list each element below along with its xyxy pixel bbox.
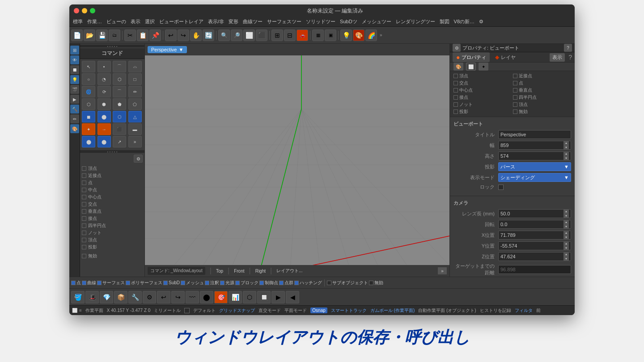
view-front-btn[interactable]: Front (234, 269, 244, 274)
top-snap-cb-center[interactable] (453, 81, 458, 85)
filter-cb-polysurface[interactable] (126, 281, 130, 285)
lens-spinner[interactable]: ▲▼ (564, 209, 569, 218)
menu-surface-tools[interactable]: サーフェスツー (267, 18, 301, 25)
props-icon-3[interactable]: ✦ (479, 63, 488, 71)
snap-cb-quad[interactable] (82, 223, 86, 228)
icon-btn-13[interactable]: 🔲 (257, 291, 271, 303)
cmd-arc[interactable]: ◔ (97, 73, 111, 85)
top-snap-cb-tan[interactable] (453, 95, 458, 100)
snap-cb-int[interactable] (82, 202, 86, 206)
menu-render-tools[interactable]: レンダリングツー (396, 18, 435, 25)
icon-btn-15[interactable]: ◀ (286, 291, 299, 303)
cmd-curve1[interactable]: ⌒ (113, 61, 126, 72)
zoom-in-btn[interactable]: 🔍 (218, 29, 230, 41)
top-snap-cb-vert[interactable] (513, 102, 517, 107)
icon-btn-6[interactable]: ↩ (157, 291, 170, 303)
cmd-curve2[interactable]: ⌓ (128, 61, 142, 72)
display-btn[interactable]: 表示 (550, 53, 565, 62)
menu-display[interactable]: 表示 (131, 18, 140, 25)
menu-curve-tools[interactable]: 曲線ツー (243, 18, 263, 25)
filter-cb-ctrlpt[interactable] (259, 281, 264, 285)
left-icon-anim[interactable]: ▶ (70, 95, 79, 104)
cmd-circle[interactable]: ○ (82, 73, 95, 85)
status-gumball[interactable]: ガムボール (作業平面) (370, 307, 415, 314)
menu-solid-tools[interactable]: ソリッドツー (306, 18, 335, 25)
icon-btn-14[interactable]: ▶ (271, 291, 285, 303)
pan-btn[interactable]: ✋ (190, 29, 202, 41)
props-settings-btn[interactable]: ⚙ (453, 44, 461, 52)
zoom-sel-btn[interactable]: ⬛ (256, 29, 267, 41)
new-file-btn[interactable]: 📄 (71, 29, 83, 41)
menu-viewport-layer[interactable]: ビューポートレイア (159, 18, 203, 25)
prop-dropdown-display[interactable]: シェーディング ▼ (498, 173, 571, 182)
save-as-btn[interactable]: 🗂 (109, 29, 120, 41)
menu-sagyo[interactable]: 作業… (87, 18, 102, 25)
left-icon-light[interactable]: 💡 (70, 75, 79, 84)
filter-cb-surface[interactable] (97, 281, 102, 285)
zoom-out-btn[interactable]: 🔎 (231, 29, 242, 41)
rotate-btn[interactable]: 🔄 (203, 29, 214, 41)
cmd-more[interactable]: » (128, 136, 142, 147)
snap-cb-disabled[interactable] (82, 254, 86, 258)
cmd-transform1[interactable]: ✦ (82, 123, 95, 135)
xpos-spinner[interactable]: ▲▼ (564, 231, 569, 240)
icon-btn-11[interactable]: 📊 (229, 291, 242, 303)
cut-btn[interactable]: ✂ (124, 29, 136, 41)
top-snap-cb-knot[interactable] (453, 102, 458, 107)
view-1-btn[interactable]: ⊞ (271, 29, 283, 41)
cmd-move2[interactable]: ▬ (128, 123, 142, 135)
filter-cb-invalid[interactable] (369, 281, 373, 285)
top-snap-cb-near[interactable] (513, 74, 517, 78)
redo-btn[interactable]: ↪ (178, 29, 189, 41)
viewport-expand-btn[interactable]: » (438, 267, 447, 274)
top-snap-cb-point[interactable] (513, 81, 517, 85)
zoom-ext-btn[interactable]: ⬜ (243, 29, 255, 41)
light-btn[interactable]: 💡 (340, 29, 352, 41)
rotation-spinner[interactable]: ▲▼ (564, 220, 569, 229)
filter-cb-hatch[interactable] (294, 281, 299, 285)
status-smart[interactable]: スマートトラック (331, 307, 367, 314)
menu-view[interactable]: ビューの (106, 18, 126, 25)
menu-drafting[interactable]: 製図 (440, 18, 449, 25)
layer-btn[interactable]: ▦ (312, 29, 324, 41)
paste-btn[interactable]: 📌 (149, 29, 161, 41)
height-spinner[interactable]: ▲▼ (564, 152, 569, 160)
maximize-button[interactable] (90, 8, 95, 13)
left-icon-viewport[interactable]: ⊞ (70, 46, 79, 55)
filter-cb-pointcloud[interactable] (279, 281, 284, 285)
icon-btn-10[interactable]: 🎯 (214, 291, 228, 303)
top-snap-cb-disabled[interactable] (513, 109, 517, 114)
viewport-name-btn[interactable]: Perspective ▼ (148, 46, 187, 53)
top-snap-cb-vertex[interactable] (453, 74, 458, 78)
filter-cb-annotation[interactable] (205, 281, 209, 285)
top-snap-cb-proj[interactable] (453, 109, 458, 114)
menu-v8[interactable]: V8の新… (454, 18, 475, 25)
menu-settings-icon[interactable]: ⚙ (479, 19, 483, 25)
minimize-button[interactable] (82, 8, 87, 13)
cmd-box[interactable]: ◼ (82, 111, 95, 122)
top-snap-cb-perp[interactable] (513, 88, 517, 93)
filter-cb-light[interactable] (220, 281, 225, 285)
toolbar-more[interactable]: » (380, 33, 382, 38)
cmd-polygon[interactable]: ⬡ (113, 73, 126, 85)
icon-btn-7[interactable]: ↪ (171, 291, 185, 303)
open-file-btn[interactable]: 📂 (84, 29, 95, 41)
view-right-btn[interactable]: Right (255, 269, 266, 274)
icon-btn-0[interactable]: 🪣 (71, 291, 85, 303)
cmd-sphere[interactable]: ⬤ (97, 111, 111, 122)
snap-cb-tan[interactable] (82, 216, 86, 221)
icon-btn-5[interactable]: ⚙ (143, 291, 156, 303)
snap-settings-btn[interactable]: ⚙ (134, 155, 143, 163)
status-ortho[interactable]: 直交モード (258, 307, 281, 314)
cmd-spiral[interactable]: 🌀 (82, 86, 95, 97)
top-snap-cb-midpt[interactable] (453, 88, 458, 93)
snap-cb-knot[interactable] (82, 231, 86, 235)
status-prev[interactable]: 前 (536, 307, 541, 314)
snap-cb-point[interactable] (82, 181, 86, 185)
status-history[interactable]: ヒストリを記録 (480, 307, 511, 314)
status-filter[interactable]: フィルタ (515, 307, 533, 314)
menu-show-hide[interactable]: 表示/非 (208, 18, 224, 25)
left-icon-render[interactable]: 🎬 (70, 85, 79, 94)
cmd-transform2[interactable]: → (97, 123, 111, 135)
menu-hyojun[interactable]: 標準 (73, 18, 83, 25)
